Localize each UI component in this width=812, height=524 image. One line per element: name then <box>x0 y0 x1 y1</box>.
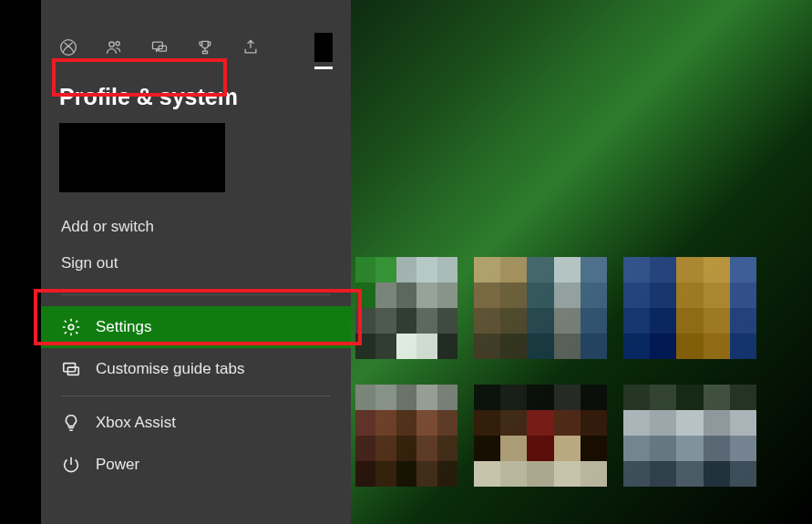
customise-tabs-menu-item[interactable]: Customise guide tabs <box>41 348 351 390</box>
svg-point-5 <box>68 324 74 330</box>
divider <box>61 294 331 295</box>
xbox-icon <box>59 38 77 57</box>
achievements-tab[interactable] <box>196 38 214 57</box>
lightbulb-icon <box>61 413 81 433</box>
power-label: Power <box>96 456 139 474</box>
sign-out-button[interactable]: Sign out <box>41 245 351 282</box>
game-tile <box>355 257 457 359</box>
xbox-assist-menu-item[interactable]: Xbox Assist <box>41 402 351 444</box>
customise-tabs-label: Customise guide tabs <box>96 360 244 378</box>
background-game-tiles <box>355 257 812 487</box>
power-icon <box>61 455 81 475</box>
game-tile <box>623 385 756 487</box>
customise-tabs-icon <box>61 359 81 379</box>
people-tab[interactable] <box>105 38 123 57</box>
xbox-tab[interactable] <box>59 38 77 57</box>
settings-label: Settings <box>96 318 151 336</box>
chat-icon <box>150 38 169 57</box>
game-tile <box>474 385 607 487</box>
guide-tab-row <box>41 33 351 77</box>
divider <box>61 396 331 396</box>
svg-point-2 <box>116 42 119 46</box>
people-icon <box>105 38 123 57</box>
profile-avatar-tab[interactable] <box>314 33 333 62</box>
xbox-assist-label: Xbox Assist <box>96 414 176 432</box>
profile-card[interactable] <box>59 123 225 192</box>
svg-point-1 <box>109 42 114 46</box>
game-tile <box>623 257 756 359</box>
xbox-guide-panel: Profile & system Add or switch Sign out … <box>41 0 351 524</box>
gear-icon <box>61 317 81 337</box>
trophy-icon <box>196 38 214 57</box>
game-tile <box>355 385 457 487</box>
left-black-strip <box>0 0 41 524</box>
settings-menu-item[interactable]: Settings <box>41 306 351 348</box>
power-menu-item[interactable]: Power <box>41 444 351 486</box>
share-icon <box>242 38 260 57</box>
share-tab[interactable] <box>242 38 260 57</box>
add-or-switch-button[interactable]: Add or switch <box>41 209 351 245</box>
chat-tab[interactable] <box>150 38 169 57</box>
panel-heading: Profile & system <box>41 77 351 123</box>
active-tab-indicator <box>314 67 333 69</box>
game-tile <box>474 257 607 359</box>
